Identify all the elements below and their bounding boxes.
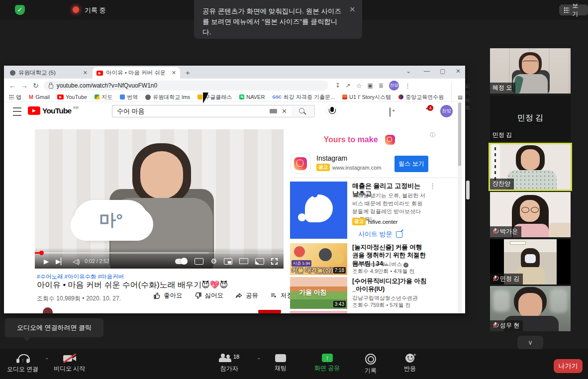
hamburger-menu-icon[interactable] [13, 107, 21, 116]
captions-icon[interactable] [195, 258, 203, 265]
forward-icon[interactable]: → [21, 82, 28, 90]
extensions-puzzle-icon[interactable]: ▣ [368, 82, 373, 89]
share-icon[interactable]: ↗ [346, 82, 351, 89]
chat-button[interactable]: 채팅 [275, 354, 287, 373]
video-hashtags[interactable]: #수어노래 #아이유수화 #마음커버 [37, 273, 124, 281]
bookmark-youtube[interactable]: ▶YouTube [57, 94, 87, 100]
clear-search-icon[interactable]: ✕ [282, 107, 287, 115]
tab-close-icon[interactable]: ✕ [83, 70, 88, 76]
chrome-profile-avatar[interactable]: 찬양 [389, 81, 399, 91]
bookmark-translate[interactable]: 번역 [120, 94, 138, 101]
audio-options-chevron-icon[interactable]: ⌃ [45, 357, 49, 363]
bookmark-maps[interactable]: 지도 [95, 94, 112, 101]
participant-tile[interactable]: 성우 현 [490, 286, 571, 331]
participants-button[interactable]: 18 참가자 [219, 354, 239, 373]
participants-options-chevron-icon[interactable]: ⌃ [257, 357, 261, 363]
bookmark-training[interactable]: 중앙교육연수원 [398, 94, 444, 101]
create-video-button[interactable] [390, 108, 391, 117]
participant-tile[interactable]: 박가은 [490, 192, 571, 237]
volume-icon[interactable]: ◁) [73, 258, 80, 265]
subscribe-button[interactable] [258, 310, 281, 313]
search-button[interactable] [292, 105, 315, 117]
bookmark-apps[interactable]: 앱 [9, 94, 21, 101]
download-icon[interactable]: ↧ [335, 82, 340, 89]
notification-close-icon[interactable]: ✕ [349, 5, 356, 14]
autoplay-toggle[interactable] [175, 259, 188, 264]
suggested-video-1-channel[interactable]: Tooniverse 투니버스✓ [352, 261, 408, 268]
join-audio-button[interactable]: ↑ 오디오 연결 [7, 354, 38, 374]
leave-meeting-button[interactable]: 나가기 [554, 359, 583, 373]
next-button[interactable]: ▶▏ [56, 258, 66, 265]
security-shield-icon[interactable]: ✓ [15, 5, 25, 15]
miniplayer-icon[interactable] [224, 258, 232, 265]
hifive-ad-thumbnail[interactable] [290, 182, 347, 239]
cartoon-figure [333, 253, 344, 264]
sidebar-scroll-down-button[interactable]: ∨ [517, 336, 543, 349]
suggested-video-2-channel[interactable]: 강남구립역삼청소년수련관 [352, 294, 418, 302]
youtube-profile-avatar[interactable]: 찬양 [440, 105, 453, 117]
keyboard-icon[interactable] [270, 109, 277, 113]
bookmark-star-icon[interactable]: ☆ [356, 82, 362, 90]
window-close-icon[interactable]: ✕ [456, 68, 461, 75]
youtube-logo[interactable]: ▶ YouTube KR [28, 106, 79, 115]
tab-list-icon[interactable]: ≣ [379, 82, 384, 89]
scrollbar-thumb[interactable] [458, 102, 461, 166]
ad-menu-icon[interactable]: ⋮ [429, 182, 436, 190]
view-button[interactable]: 보기 [559, 4, 588, 15]
share-button[interactable]: 공유 [235, 291, 258, 300]
theater-mode-icon[interactable] [239, 258, 248, 264]
cast-icon[interactable] [255, 258, 264, 265]
play-button[interactable]: ▶ [44, 258, 49, 265]
tab-univ[interactable]: 유원대학교 (5) ✕ [6, 67, 92, 79]
mic-icon [330, 107, 334, 112]
sidebar-resize-handle[interactable] [466, 181, 470, 199]
voice-search-button[interactable] [325, 104, 338, 117]
tab-close-icon[interactable]: ✕ [172, 70, 176, 76]
share-screen-button[interactable]: ↑ 화면 공유 [314, 354, 340, 373]
suggested-video-2-title[interactable]: [수어뮤직비디오]가을 아침_아이유(IU) [352, 277, 428, 293]
url-text: youtube.com/watch?v=NfQvuoFW1n0 [57, 82, 157, 89]
instagram-ad[interactable]: Instagram 광고 www.instagram.com [316, 154, 381, 171]
new-tab-button[interactable]: ＋ [184, 69, 191, 78]
visit-site-button[interactable]: 사이트 방문 [358, 230, 402, 239]
start-video-button[interactable]: 비디오 시작 [54, 354, 85, 373]
bookmark-story[interactable]: U1 I' Story시스템 [342, 94, 391, 101]
search-box[interactable]: ✕ [112, 105, 292, 117]
fullscreen-icon[interactable] [271, 258, 278, 265]
bookmark-gichul[interactable]: GSC최강 자격증 기출문... [272, 94, 335, 101]
participant-name-label: 민정 김 [490, 130, 515, 141]
window-minimize-icon[interactable]: — [424, 68, 430, 75]
window-menu-chevron-icon[interactable]: ⌄ [406, 68, 411, 75]
bookmark-naver[interactable]: NNAVER [239, 94, 265, 100]
glasses [523, 61, 538, 65]
settings-gear-icon[interactable]: ⚙ [210, 257, 217, 265]
omnibox[interactable]: youtube.com/watch?v=NfQvuoFW1n0 [44, 81, 328, 91]
suggested-video-2-thumbnail[interactable]: 가을 아침 3:43 [290, 277, 347, 309]
reels-view-button[interactable]: 릴스 보기 [394, 156, 428, 172]
record-button[interactable]: 기록 [365, 354, 377, 375]
ad-info-icon[interactable]: ⓘ [430, 131, 435, 139]
back-icon[interactable]: ← [9, 82, 16, 90]
instagram-banner-ad[interactable]: Yours to make [290, 129, 428, 150]
suggested-video-1-thumbnail[interactable]: 시즌 1-34 커플 대격돌(상) 7:18 [290, 243, 347, 275]
participant-tile-active-speaker[interactable]: 장찬양 [489, 143, 572, 191]
reload-icon[interactable]: ↻ [33, 82, 39, 90]
tab-youtube[interactable]: ▶ 아이유 • 마음 커버 쉬운 수어(수 ✕ [93, 67, 180, 79]
bookmark-gmail[interactable]: MGmail [29, 94, 50, 100]
channel-avatar[interactable] [43, 307, 53, 313]
video-player[interactable]: 마° ▶ ▶▏ ◁) 0:02 / 2:52 ⚙ [35, 129, 284, 269]
like-button[interactable]: 좋아요 [153, 291, 183, 300]
search-input[interactable] [112, 107, 270, 115]
reactions-button[interactable]: + 반응 [404, 354, 416, 373]
dislike-button[interactable]: 싫어요 [195, 291, 224, 300]
participant-tile[interactable]: 혜정 오 [490, 48, 571, 94]
chrome-menu-icon[interactable]: ⋮ [404, 82, 411, 90]
participant-tile[interactable]: 민정 김 민정 김 [490, 95, 571, 141]
suggested-video-3-thumbnail[interactable] [290, 311, 347, 313]
screen-share-icon: ↑ [322, 354, 333, 362]
instagram-ad-logo[interactable] [291, 154, 310, 173]
participant-tile[interactable]: 민정 김 [490, 239, 571, 284]
page-scrollbar[interactable] [458, 102, 462, 313]
bookmark-lms[interactable]: 유원대학교 lms [145, 94, 190, 101]
window-maximize-icon[interactable]: ▢ [440, 68, 445, 75]
